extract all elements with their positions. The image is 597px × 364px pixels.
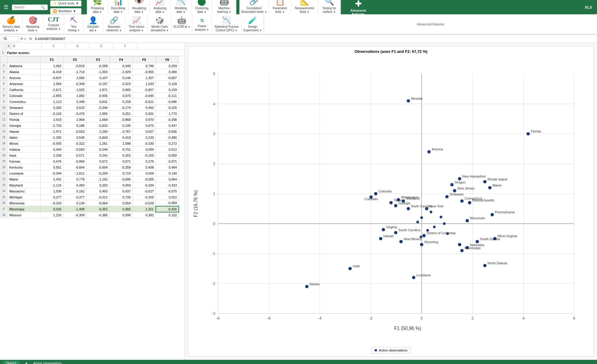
table-row[interactable]: 14Hawaii-1,971-0,5532,293-3,7670,627-0,8… [0,129,179,135]
workflow-button[interactable]: 🔀 Workflow ▼ [50,8,81,14]
f6-cell[interactable]: 0,380 [156,69,179,75]
search-input[interactable] [14,5,41,9]
f5-cell[interactable]: -0,627 [133,188,156,194]
f3-cell[interactable]: -0,833 [87,123,110,129]
f6-cell[interactable]: -0,667 [156,75,179,81]
f6-cell[interactable]: 0,484 [156,164,179,170]
f1-cell[interactable]: 0,476 [40,158,63,164]
f2-cell[interactable]: -0,571 [63,152,86,158]
table-row[interactable]: 24Massachu:1,0360,1620,4930,437-0,627-0,… [0,188,179,194]
f4-cell[interactable]: 0,071 [110,158,133,164]
f2-cell[interactable]: 2,964 [63,117,86,123]
power-analysis-btn[interactable]: π Poweranalysis ▼ [192,15,212,33]
f1-cell[interactable]: 1,062 [40,63,63,69]
f2-cell[interactable]: -0,553 [63,129,86,135]
f3-cell[interactable]: 2,293 [87,129,110,135]
design-experiment-btn[interactable]: 🧪 DesignExperiment ▼ [241,15,264,33]
f4-cell[interactable]: 0,099 [110,212,133,218]
confirm-formula-icon[interactable]: ✓ [24,37,27,41]
f5-cell[interactable]: 0,408 [133,164,156,170]
f5-cell[interactable]: -0,445 [133,93,156,99]
formula-input[interactable] [34,36,596,41]
f6-cell[interactable]: -0,398 [156,117,179,123]
xlstat-ai-btn[interactable]: 🤖 XLSTAT.ai ▼ [172,15,192,33]
f6-cell[interactable]: -0,071 [156,158,179,164]
state-cell[interactable]: Maine [7,176,40,182]
f5-cell[interactable]: -0,621 [133,99,156,105]
ribbon-correlation[interactable]: 🔗 Correlation/Association tests ▼ [239,0,269,15]
f3-cell[interactable]: -0,209 [87,170,110,176]
ribbon-modeling[interactable]: 📉 Modelingdata ▼ [170,0,191,15]
f2-cell[interactable]: 0,540 [63,135,86,141]
f1-cell[interactable]: 1,564 [40,81,63,87]
f3-cell[interactable]: -0,346 [87,105,110,111]
f6-cell[interactable]: 0,159 [156,87,179,93]
f5-cell[interactable]: -0,857 [133,87,156,93]
f5-cell[interactable]: 0,559 [133,170,156,176]
state-cell[interactable]: Illinois [7,141,40,146]
f6-cell[interactable]: -0,484 [156,200,179,206]
f1-cell[interactable]: -2,855 [40,93,63,99]
advanced-features-button[interactable]: ✚ Advanced features [343,0,373,14]
ribbon-preparing[interactable]: 🌿 Preparingdata ▼ [87,0,108,15]
f3-cell[interactable]: -0,352 [87,206,110,212]
f3-cell[interactable]: -0,399 [87,63,110,69]
table-row[interactable]: 18Iowa2,258-0,5710,2420,263-0,100-0,550 [0,152,179,158]
f2-cell[interactable]: -0,819 [63,63,86,69]
ribbon-nonparametric[interactable]: 📐 Nonparametrictests ▼ [291,0,318,15]
f1-cell[interactable]: 1,113 [40,99,63,105]
state-cell[interactable]: Louisiana [7,170,40,176]
state-cell[interactable]: Missouri [7,212,40,218]
f1-cell[interactable]: 0,404 [40,146,63,152]
ribbon-visualizing[interactable]: 👁️ Visualizingdata ▼ [129,0,150,15]
f1-cell[interactable]: -1,971 [40,129,63,135]
f1-cell[interactable]: -0,243 [40,200,63,206]
f3-cell[interactable]: 1,895 [87,111,110,117]
f6-cell[interactable]: -0,836 [156,129,179,135]
f3-cell[interactable]: 1,261 [87,141,110,146]
bayesian-btn[interactable]: 🔗 Bayesiannetworks ▼ [103,15,125,33]
f6-cell[interactable]: -0,220 [156,105,179,111]
f1-cell[interactable]: -1,355 [40,135,63,141]
state-cell[interactable]: Connecticu [7,99,40,105]
state-cell[interactable]: Florida [7,117,40,123]
f4-cell[interactable]: 0,195 [110,123,133,129]
f2-cell[interactable]: 1,082 [63,93,86,99]
f4-cell[interactable]: 0,340 [110,63,133,69]
ribbon-machine[interactable]: 🤖 Machinelearning ▼ [212,0,236,15]
table-row[interactable]: 6Arkansas1,564-0,349-0,1970,3231,0330,12… [0,81,179,87]
spc-btn[interactable]: 📉 Statistical ProcessControl (SPC) ▼ [212,15,241,33]
f4-cell[interactable]: 0,251 [110,111,133,117]
state-cell[interactable]: Massachu: [7,188,40,194]
sheet-tab[interactable]: Sheet1 [3,361,19,364]
state-cell[interactable]: Maryland [7,182,40,188]
f3-cell[interactable]: -0,935 [87,93,110,99]
f3-cell[interactable]: -0,664 [87,200,110,206]
f5-cell[interactable]: 0,796 [133,63,156,69]
table-row[interactable]: 28Missouri1,233-0,309-0,3850,0990,3820,1… [0,212,179,218]
ribbon-describing[interactable]: 📊 Describingdata ▼ [108,0,129,15]
f6-cell[interactable]: -0,096 [156,99,179,105]
f5-cell[interactable]: 0,233 [133,135,156,141]
f5-cell[interactable]: 0,382 [133,212,156,218]
f4-cell[interactable]: -0,895 [110,176,133,182]
table-row[interactable]: 7California-2,6711,0251,8710,965-0,8570,… [0,87,179,93]
table-row[interactable]: 3Alabama1,062-0,819-0,3990,3400,7960,259 [0,63,179,69]
f6-cell[interactable]: 0,259 [156,63,179,69]
f2-cell[interactable]: 0,450 [63,182,86,188]
f4-cell[interactable]: 0,146 [110,75,133,81]
f5-cell[interactable]: 1,321 [133,206,156,212]
table-row[interactable]: 15Idaho-1,3550,540-0,8430,4190,233-0,480 [0,135,179,141]
f1-cell[interactable]: -0,162 [40,111,63,117]
f6-cell[interactable]: -0,480 [156,135,179,141]
f1-cell[interactable]: 0,277 [40,194,63,200]
f4-cell[interactable]: -0,868 [110,117,133,123]
state-cell[interactable]: District of [7,111,40,117]
f2-cell[interactable]: -1,811 [63,170,86,176]
f4-cell[interactable]: 0,965 [110,87,133,93]
state-cell[interactable]: Michigan [7,194,40,200]
quick-tools-button[interactable]: ✨ Quick tools ▼ [50,0,81,7]
f6-cell[interactable]: 0,140 [156,170,179,176]
f4-cell[interactable]: 0,158 [110,99,133,105]
f3-cell[interactable]: 0,631 [87,99,110,105]
